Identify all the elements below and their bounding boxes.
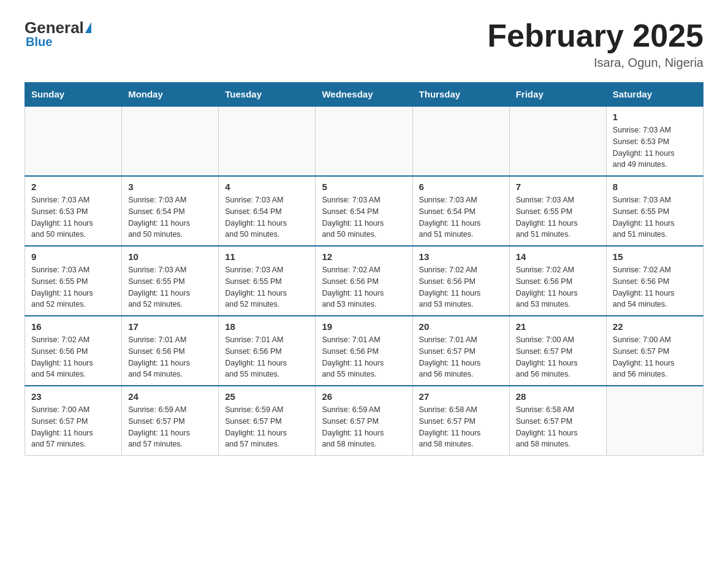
day-info: Sunrise: 7:03 AMSunset: 6:55 PMDaylight:… <box>128 264 212 310</box>
day-info: Sunrise: 7:03 AMSunset: 6:54 PMDaylight:… <box>128 194 212 240</box>
day-cell: 6Sunrise: 7:03 AMSunset: 6:54 PMDaylight… <box>412 176 509 246</box>
day-cell: 10Sunrise: 7:03 AMSunset: 6:55 PMDayligh… <box>122 246 219 316</box>
day-cell: 21Sunrise: 7:00 AMSunset: 6:57 PMDayligh… <box>509 316 606 386</box>
day-number: 11 <box>225 251 309 262</box>
day-cell: 14Sunrise: 7:02 AMSunset: 6:56 PMDayligh… <box>509 246 606 316</box>
day-info: Sunrise: 7:01 AMSunset: 6:57 PMDaylight:… <box>419 334 503 380</box>
day-number: 12 <box>322 251 406 262</box>
day-info: Sunrise: 6:58 AMSunset: 6:57 PMDaylight:… <box>516 404 600 450</box>
day-number: 15 <box>613 251 697 262</box>
calendar-title: February 2025 <box>487 18 703 53</box>
day-info: Sunrise: 7:03 AMSunset: 6:54 PMDaylight:… <box>419 194 503 240</box>
day-cell: 4Sunrise: 7:03 AMSunset: 6:54 PMDaylight… <box>219 176 316 246</box>
header-day-friday: Friday <box>509 83 606 107</box>
week-row-4: 16Sunrise: 7:02 AMSunset: 6:56 PMDayligh… <box>25 316 703 386</box>
day-number: 28 <box>516 391 600 402</box>
day-number: 8 <box>613 182 697 192</box>
day-info: Sunrise: 6:58 AMSunset: 6:57 PMDaylight:… <box>419 404 503 450</box>
day-info: Sunrise: 6:59 AMSunset: 6:57 PMDaylight:… <box>225 404 309 450</box>
day-number: 22 <box>613 321 697 332</box>
day-number: 1 <box>613 112 697 122</box>
day-cell: 24Sunrise: 6:59 AMSunset: 6:57 PMDayligh… <box>122 386 219 456</box>
day-cell <box>412 106 509 176</box>
day-cell: 18Sunrise: 7:01 AMSunset: 6:56 PMDayligh… <box>219 316 316 386</box>
day-cell: 7Sunrise: 7:03 AMSunset: 6:55 PMDaylight… <box>509 176 606 246</box>
calendar-table: SundayMondayTuesdayWednesdayThursdayFrid… <box>25 82 703 456</box>
day-info: Sunrise: 7:02 AMSunset: 6:56 PMDaylight:… <box>516 264 600 310</box>
day-number: 26 <box>322 391 406 402</box>
week-row-5: 23Sunrise: 7:00 AMSunset: 6:57 PMDayligh… <box>25 386 703 456</box>
day-cell: 2Sunrise: 7:03 AMSunset: 6:53 PMDaylight… <box>25 176 122 246</box>
day-cell <box>509 106 606 176</box>
day-number: 25 <box>225 391 309 402</box>
day-info: Sunrise: 7:00 AMSunset: 6:57 PMDaylight:… <box>31 404 115 450</box>
day-number: 4 <box>225 182 309 192</box>
day-number: 2 <box>31 182 115 192</box>
day-cell: 9Sunrise: 7:03 AMSunset: 6:55 PMDaylight… <box>25 246 122 316</box>
day-number: 23 <box>31 391 115 402</box>
day-number: 10 <box>128 251 212 262</box>
day-info: Sunrise: 7:03 AMSunset: 6:53 PMDaylight:… <box>31 194 115 240</box>
day-cell: 3Sunrise: 7:03 AMSunset: 6:54 PMDaylight… <box>122 176 219 246</box>
header-day-tuesday: Tuesday <box>219 83 316 107</box>
day-info: Sunrise: 7:00 AMSunset: 6:57 PMDaylight:… <box>516 334 600 380</box>
header-day-thursday: Thursday <box>412 83 509 107</box>
header-day-sunday: Sunday <box>25 83 122 107</box>
day-info: Sunrise: 7:01 AMSunset: 6:56 PMDaylight:… <box>225 334 309 380</box>
day-number: 21 <box>516 321 600 332</box>
day-cell: 8Sunrise: 7:03 AMSunset: 6:55 PMDaylight… <box>606 176 703 246</box>
day-info: Sunrise: 7:02 AMSunset: 6:56 PMDaylight:… <box>322 264 406 310</box>
day-cell: 13Sunrise: 7:02 AMSunset: 6:56 PMDayligh… <box>412 246 509 316</box>
day-info: Sunrise: 7:02 AMSunset: 6:56 PMDaylight:… <box>31 334 115 380</box>
day-info: Sunrise: 7:01 AMSunset: 6:56 PMDaylight:… <box>128 334 212 380</box>
week-row-2: 2Sunrise: 7:03 AMSunset: 6:53 PMDaylight… <box>25 176 703 246</box>
week-row-1: 1Sunrise: 7:03 AMSunset: 6:53 PMDaylight… <box>25 106 703 176</box>
calendar-subtitle: Isara, Ogun, Nigeria <box>487 56 703 70</box>
day-number: 17 <box>128 321 212 332</box>
day-cell: 17Sunrise: 7:01 AMSunset: 6:56 PMDayligh… <box>122 316 219 386</box>
day-info: Sunrise: 7:00 AMSunset: 6:57 PMDaylight:… <box>613 334 697 380</box>
day-number: 24 <box>128 391 212 402</box>
day-cell <box>122 106 219 176</box>
header-day-monday: Monday <box>122 83 219 107</box>
day-cell: 5Sunrise: 7:03 AMSunset: 6:54 PMDaylight… <box>316 176 412 246</box>
day-info: Sunrise: 7:03 AMSunset: 6:55 PMDaylight:… <box>31 264 115 310</box>
day-cell: 11Sunrise: 7:03 AMSunset: 6:55 PMDayligh… <box>219 246 316 316</box>
day-cell <box>219 106 316 176</box>
day-cell: 25Sunrise: 6:59 AMSunset: 6:57 PMDayligh… <box>219 386 316 456</box>
logo-blue: Blue <box>26 35 52 49</box>
header-row: SundayMondayTuesdayWednesdayThursdayFrid… <box>25 83 703 107</box>
day-cell <box>606 386 703 456</box>
day-number: 16 <box>31 321 115 332</box>
header-day-saturday: Saturday <box>606 83 703 107</box>
day-cell: 1Sunrise: 7:03 AMSunset: 6:53 PMDaylight… <box>606 106 703 176</box>
day-info: Sunrise: 7:03 AMSunset: 6:53 PMDaylight:… <box>613 124 697 170</box>
day-info: Sunrise: 7:03 AMSunset: 6:55 PMDaylight:… <box>613 194 697 240</box>
day-cell: 20Sunrise: 7:01 AMSunset: 6:57 PMDayligh… <box>412 316 509 386</box>
day-number: 27 <box>419 391 503 402</box>
day-info: Sunrise: 7:02 AMSunset: 6:56 PMDaylight:… <box>419 264 503 310</box>
header-day-wednesday: Wednesday <box>316 83 412 107</box>
day-info: Sunrise: 7:03 AMSunset: 6:55 PMDaylight:… <box>516 194 600 240</box>
day-cell: 27Sunrise: 6:58 AMSunset: 6:57 PMDayligh… <box>412 386 509 456</box>
day-number: 13 <box>419 251 503 262</box>
day-cell: 19Sunrise: 7:01 AMSunset: 6:56 PMDayligh… <box>316 316 412 386</box>
day-cell: 15Sunrise: 7:02 AMSunset: 6:56 PMDayligh… <box>606 246 703 316</box>
day-number: 5 <box>322 182 406 192</box>
day-info: Sunrise: 6:59 AMSunset: 6:57 PMDaylight:… <box>322 404 406 450</box>
day-info: Sunrise: 7:03 AMSunset: 6:54 PMDaylight:… <box>225 194 309 240</box>
day-cell: 16Sunrise: 7:02 AMSunset: 6:56 PMDayligh… <box>25 316 122 386</box>
day-cell: 23Sunrise: 7:00 AMSunset: 6:57 PMDayligh… <box>25 386 122 456</box>
page-header: General Blue February 2025 Isara, Ogun, … <box>25 18 703 70</box>
day-number: 9 <box>31 251 115 262</box>
title-area: February 2025 Isara, Ogun, Nigeria <box>487 18 703 70</box>
day-info: Sunrise: 7:03 AMSunset: 6:55 PMDaylight:… <box>225 264 309 310</box>
day-number: 14 <box>516 251 600 262</box>
logo-triangle-icon <box>85 22 91 33</box>
day-cell: 28Sunrise: 6:58 AMSunset: 6:57 PMDayligh… <box>509 386 606 456</box>
day-cell <box>25 106 122 176</box>
day-number: 19 <box>322 321 406 332</box>
day-info: Sunrise: 7:01 AMSunset: 6:56 PMDaylight:… <box>322 334 406 380</box>
day-cell: 26Sunrise: 6:59 AMSunset: 6:57 PMDayligh… <box>316 386 412 456</box>
day-cell: 22Sunrise: 7:00 AMSunset: 6:57 PMDayligh… <box>606 316 703 386</box>
